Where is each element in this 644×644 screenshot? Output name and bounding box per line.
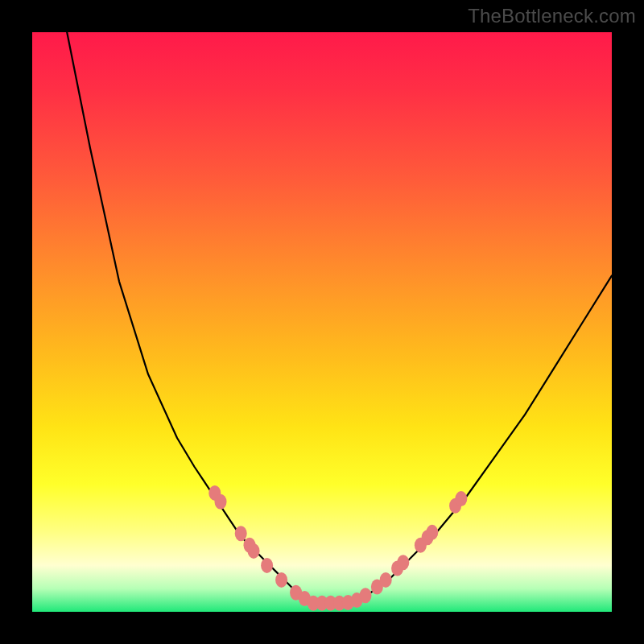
marker-point <box>275 572 287 588</box>
marker-point <box>455 491 467 506</box>
marker-point <box>397 555 409 570</box>
marker-point <box>248 543 260 559</box>
marker-point <box>215 494 227 510</box>
marker-point <box>360 588 372 603</box>
marker-point <box>426 525 438 540</box>
chart-svg <box>32 32 612 612</box>
marker-point <box>380 572 392 588</box>
chart-container: TheBottleneck.com <box>0 0 644 644</box>
markers-group <box>208 485 467 611</box>
curve-group <box>67 32 612 603</box>
bottleneck-curve <box>67 32 612 603</box>
watermark-text: TheBottleneck.com <box>468 5 636 27</box>
plot-area <box>32 32 612 612</box>
marker-point <box>235 526 247 541</box>
marker-point <box>261 558 273 573</box>
